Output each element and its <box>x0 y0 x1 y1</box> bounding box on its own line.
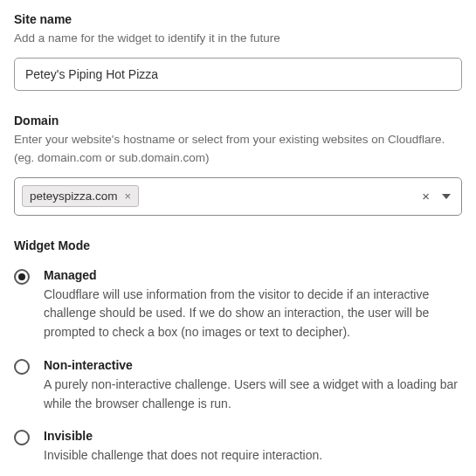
radio-body: Non-interactive A purely non-interactive… <box>44 358 462 413</box>
widget-mode-option-non-interactive[interactable]: Non-interactive A purely non-interactive… <box>14 358 462 413</box>
domain-select-controls: × <box>422 190 454 203</box>
site-name-label: Site name <box>14 12 462 26</box>
domain-clear-all-icon[interactable]: × <box>422 190 430 203</box>
radio-body: Invisible Invisible challenge that does … <box>44 429 462 466</box>
site-name-input[interactable] <box>14 58 462 91</box>
domain-chip-text: peteyspizza.com <box>30 190 118 203</box>
radio-title: Invisible <box>44 429 462 443</box>
site-name-section: Site name Add a name for the widget to i… <box>14 12 462 91</box>
radio-body: Managed Cloudflare will use information … <box>44 268 462 342</box>
chevron-down-icon[interactable] <box>442 194 451 199</box>
radio-button[interactable] <box>14 269 30 285</box>
widget-mode-option-managed[interactable]: Managed Cloudflare will use information … <box>14 268 462 342</box>
radio-button[interactable] <box>14 430 30 445</box>
radio-title: Managed <box>44 268 462 282</box>
widget-mode-radio-group: Managed Cloudflare will use information … <box>14 268 462 466</box>
site-name-description: Add a name for the widget to identify it… <box>14 30 462 47</box>
domain-select[interactable]: peteyspizza.com × × <box>14 177 462 216</box>
widget-mode-section: Widget Mode Managed Cloudflare will use … <box>14 238 462 466</box>
radio-description: Invisible challenge that does not requir… <box>44 446 462 466</box>
widget-mode-heading: Widget Mode <box>14 238 462 252</box>
radio-title: Non-interactive <box>44 358 462 372</box>
widget-mode-option-invisible[interactable]: Invisible Invisible challenge that does … <box>14 429 462 466</box>
domain-section: Domain Enter your website's hostname or … <box>14 114 462 216</box>
domain-chip-remove-icon[interactable]: × <box>125 190 132 202</box>
domain-chip[interactable]: peteyspizza.com × <box>22 185 139 207</box>
radio-description: A purely non-interactive challenge. User… <box>44 376 462 413</box>
radio-button[interactable] <box>14 359 30 375</box>
domain-description: Enter your website's hostname or select … <box>14 131 462 167</box>
radio-description: Cloudflare will use information from the… <box>44 286 462 342</box>
domain-label: Domain <box>14 114 462 128</box>
